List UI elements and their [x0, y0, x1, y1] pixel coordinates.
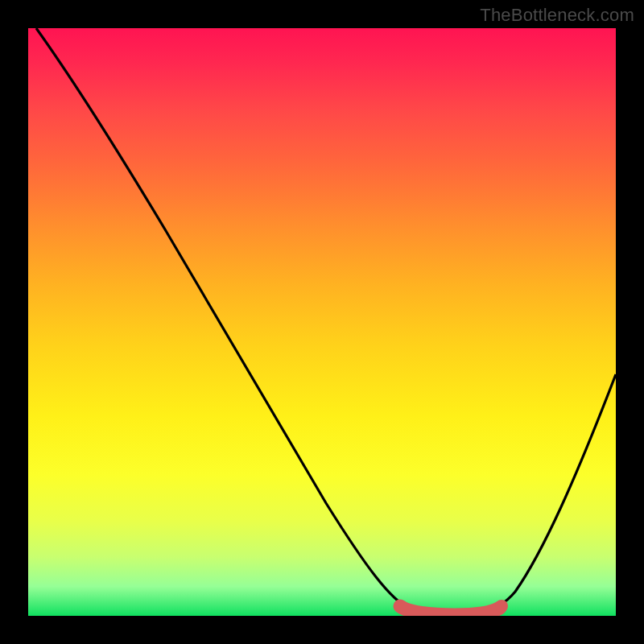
optimal-band-marker: [400, 606, 500, 615]
optimal-band-endpoint: [495, 600, 508, 613]
bottleneck-curve-line: [36, 28, 616, 613]
chart-svg: [28, 28, 616, 616]
chart-plot-area: [28, 28, 616, 616]
chart-frame: TheBottleneck.com: [0, 0, 644, 644]
attribution-text: TheBottleneck.com: [480, 5, 634, 26]
